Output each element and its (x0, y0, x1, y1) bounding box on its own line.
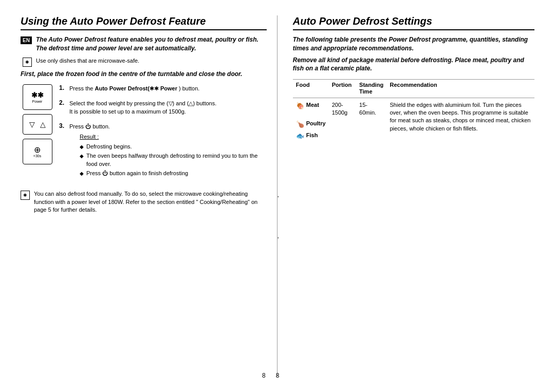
right-remove: Remove all kind of package material befo… (293, 56, 534, 73)
right-section-title: Auto Power Defrost Settings (293, 15, 534, 30)
diamond-icon-1: ◆ (80, 143, 84, 151)
step-2: 2. Select the food weight by pressing th… (59, 99, 267, 116)
portion-meat: 200-1500g (329, 98, 356, 119)
power-symbol: ✱✱ (150, 85, 159, 91)
bullet-icon: ✱ (23, 58, 32, 67)
step-2-sub: It is possible to set up to a maximum of… (69, 108, 186, 115)
step-2-text: Select the food weight by pressing the (… (69, 99, 216, 116)
result-text-1: Defrosting begins. (86, 143, 132, 151)
standing-meat: 15-60min. (356, 98, 386, 119)
portion-poultry (329, 119, 356, 130)
step-2-number: 2. (59, 99, 66, 106)
diamond-icon-2: ◆ (80, 153, 84, 160)
plus30-label: +30s (33, 154, 41, 158)
step-3-number: 3. (59, 122, 66, 129)
nav-down-icon: ▽ (29, 120, 35, 128)
result-text-3: Press ⏻ button again to finish defrostin… (86, 170, 188, 177)
result-label: Result : (80, 133, 267, 141)
divider-dot: • (278, 194, 279, 198)
food-poultry: 🍗 Poultry (293, 119, 329, 130)
first-note: First, place the frozen food in the cent… (21, 70, 267, 79)
manual-note: ✱ You can also defrost food manually. To… (21, 190, 267, 214)
food-meat: 🍖 Meat (293, 98, 329, 119)
en-text: The Auto Power Defrost feature enables y… (36, 35, 267, 53)
bold-auto-power: Auto Power Defrost( (95, 85, 150, 91)
col-standing: StandingTime (356, 80, 386, 98)
recommendation-meat: Shield the edges with aluminium foil. Tu… (386, 98, 534, 142)
result-section: Result : ◆ Defrosting begins. ◆ The oven… (80, 133, 267, 177)
step-3-text: Press ⏻ button. Result : ◆ Defrosting be… (69, 122, 267, 179)
power-label: Power (32, 100, 43, 103)
fish-icon: 🐟 (296, 132, 304, 141)
bullet-note: ✱ Use only dishes that are microwave-saf… (23, 57, 267, 67)
col-food: Food (293, 80, 329, 98)
portion-fish (329, 130, 356, 142)
table-header: Food Portion StandingTime Recommendation (293, 80, 534, 98)
standing-poultry (356, 119, 386, 130)
result-item-1: ◆ Defrosting begins. (80, 143, 267, 151)
start-icon: ⊕ (34, 146, 41, 154)
nav-button[interactable]: ▽ △ (23, 114, 52, 135)
page: Using the Auto Power Defrost Feature EN … (0, 0, 555, 392)
right-intro: The following table presents the Power D… (293, 35, 534, 53)
poultry-label: Poultry (306, 120, 326, 127)
col-portion: Portion (329, 80, 356, 98)
right-column: Auto Power Defrost Settings The followin… (278, 15, 534, 377)
start-button[interactable]: ⊕ +30s (23, 139, 52, 164)
step-3: 3. Press ⏻ button. Result : ◆ Defrosting… (59, 122, 267, 179)
meat-icon: 🍖 (296, 101, 304, 110)
steps-area: ✱✱ Power ▽ △ ⊕ +30s 1. (21, 84, 267, 185)
result-item-3: ◆ Press ⏻ button again to finish defrost… (80, 170, 267, 177)
result-item-2: ◆ The oven beeps halfway through defrost… (80, 152, 267, 168)
buttons-column: ✱✱ Power ▽ △ ⊕ +30s (21, 84, 54, 185)
standing-fish (356, 130, 386, 142)
page-number-bottom: 8 (276, 372, 280, 379)
manual-bullet-icon: ✱ (21, 191, 30, 200)
nav-up-icon: △ (40, 120, 46, 128)
diamond-icon-3: ◆ (80, 170, 84, 177)
fish-label: Fish (306, 132, 318, 139)
table-body: 🍖 Meat 200-1500g 15-60min. Shield the ed… (293, 98, 534, 142)
step-1: 1. Press the Auto Power Defrost(✱✱ Power… (59, 84, 267, 93)
page-number: 8 (262, 372, 266, 379)
manual-note-text: You can also defrost food manually. To d… (34, 190, 267, 214)
result-text-2: The oven beeps halfway through defrostin… (86, 152, 267, 168)
en-label: EN (21, 36, 32, 44)
food-fish: 🐟 Fish (293, 130, 329, 142)
divider-dot-2: • (278, 235, 279, 240)
col-recommendation: Recommendation (386, 80, 534, 98)
power-defrost-button[interactable]: ✱✱ Power (23, 84, 52, 110)
poultry-icon: 🍗 (296, 120, 304, 129)
note-text: Use only dishes that are microwave-safe. (36, 57, 139, 65)
steps-column: 1. Press the Auto Power Defrost(✱✱ Power… (59, 84, 267, 185)
en-box: EN The Auto Power Defrost feature enable… (21, 35, 267, 53)
star-icon: ✱✱ (31, 91, 44, 99)
step-1-text: Press the Auto Power Defrost(✱✱ Power ) … (69, 84, 199, 93)
defrost-table: Food Portion StandingTime Recommendation… (293, 79, 534, 142)
table-row-meat: 🍖 Meat 200-1500g 15-60min. Shield the ed… (293, 98, 534, 119)
step-1-number: 1. (59, 84, 66, 91)
left-column: Using the Auto Power Defrost Feature EN … (21, 15, 278, 377)
left-section-title: Using the Auto Power Defrost Feature (21, 15, 267, 30)
meat-label: Meat (306, 101, 319, 109)
bold-power: Power (160, 85, 177, 91)
